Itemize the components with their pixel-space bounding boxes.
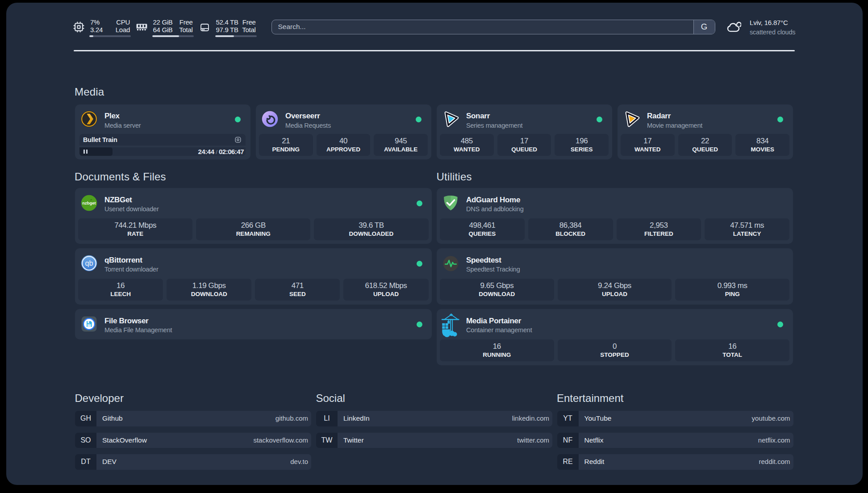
svg-text:qb: qb: [85, 259, 93, 267]
svg-text:nzbget: nzbget: [82, 201, 96, 205]
